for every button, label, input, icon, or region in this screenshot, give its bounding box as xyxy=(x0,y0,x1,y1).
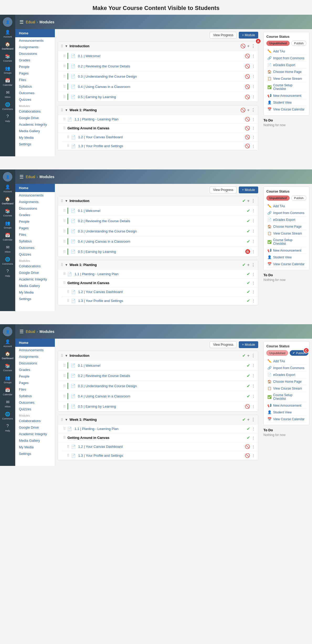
nav-item-my-media[interactable]: My Media xyxy=(15,444,55,450)
published-icon[interactable]: ✔ xyxy=(247,219,250,223)
sidebar-item-groups[interactable]: 👥Groups xyxy=(0,64,15,76)
item-title[interactable]: 1.2 | Your Canvas Dashboard xyxy=(78,135,243,139)
item-menu-button[interactable]: ⋮ xyxy=(252,427,255,431)
item-title[interactable]: 0.5 | Earning by Learning xyxy=(78,250,245,254)
item-title[interactable]: 0.5 | Earning by Learning xyxy=(78,405,243,408)
action-item-import-from-commons[interactable]: 🔗Import from Commons xyxy=(266,365,306,371)
module-menu-button[interactable]: ⋮ xyxy=(251,198,255,203)
nav-item-pages[interactable]: Pages xyxy=(15,225,55,231)
item-menu-button[interactable]: ⋮ xyxy=(252,95,255,99)
unpublished-button[interactable]: Unpublished xyxy=(266,195,290,201)
item-menu-button[interactable]: ⋮ xyxy=(252,454,255,458)
view-progress-button[interactable]: View Progress xyxy=(210,32,237,39)
nav-item-people[interactable]: People xyxy=(15,218,55,225)
item-menu-button[interactable]: ⋮ xyxy=(252,126,255,130)
item-menu-button[interactable]: ⋮ xyxy=(252,272,255,276)
toggle-icon[interactable]: ▼ xyxy=(65,44,68,48)
nav-item-academic-integrity[interactable]: Academic Integrity xyxy=(15,121,55,128)
sidebar-item-groups[interactable]: 👥Groups xyxy=(0,374,15,385)
nav-item-files[interactable]: Files xyxy=(15,77,55,83)
sidebar-item-groups[interactable]: 👥Groups xyxy=(0,219,15,230)
published-icon[interactable]: ✔ xyxy=(247,426,250,431)
unpublished-icon[interactable]: 🚫 xyxy=(245,94,250,99)
item-menu-button[interactable]: ⋮ xyxy=(252,436,255,440)
sidebar-item-commons[interactable]: 🌐Commons xyxy=(0,410,15,421)
item-menu-button[interactable]: ⋮ xyxy=(252,54,255,58)
action-item-add-tas[interactable]: ✏️Add TAs xyxy=(266,358,306,365)
nav-item-announcements[interactable]: Announcements xyxy=(15,37,55,44)
nav-item-media-gallery[interactable]: Media Gallery xyxy=(15,128,55,134)
item-menu-button[interactable]: ⋮ xyxy=(252,144,255,148)
action-item-view-course-calendar[interactable]: 📅View Course Calendar xyxy=(266,106,306,113)
action-item-new-announcement[interactable]: 📢New Announcement xyxy=(266,92,306,99)
action-item-view-course-stream[interactable]: 📋View Course Stream xyxy=(266,230,306,237)
toggle-icon[interactable]: ▼ xyxy=(65,108,68,112)
item-title[interactable]: 0.5 | Earning by Learning xyxy=(78,95,243,99)
hamburger-icon[interactable]: ☰ xyxy=(19,174,24,180)
item-menu-button[interactable]: ⋮ xyxy=(252,384,255,388)
action-item-choose-home-page[interactable]: 🏠Choose Home Page xyxy=(266,223,306,230)
module-add-item-button[interactable]: + xyxy=(247,108,250,113)
module-menu-button[interactable]: ⋮ xyxy=(251,108,255,113)
breadcrumb-link[interactable]: Edual xyxy=(26,175,35,179)
item-menu-button[interactable]: ⋮ xyxy=(252,290,255,294)
sidebar-item-commons[interactable]: 🌐Commons xyxy=(0,100,15,112)
item-title[interactable]: 1.1 | Planting - Learning Plan xyxy=(75,427,245,431)
action-item-new-announcement[interactable]: 📢New Announcement xyxy=(266,402,306,409)
nav-item-outcomes[interactable]: Outcomes xyxy=(15,244,55,251)
item-menu-button[interactable]: ⋮ xyxy=(252,209,255,213)
sidebar-item-calendar[interactable]: 📅Calendar xyxy=(0,76,15,88)
nav-item-settings[interactable]: Settings xyxy=(15,141,55,147)
nav-item-academic-integrity[interactable]: Academic Integrity xyxy=(15,431,55,437)
nav-item-collaborations[interactable]: Collaborations xyxy=(15,418,55,424)
action-item-view-course-stream[interactable]: 📋View Course Stream xyxy=(266,75,306,82)
nav-item-assignments[interactable]: Assignments xyxy=(15,353,55,360)
unpublished-icon[interactable]: 🚫 xyxy=(245,74,250,79)
action-item-import-from-commons[interactable]: 🔗Import from Commons xyxy=(266,210,306,216)
nav-item-files[interactable]: Files xyxy=(15,386,55,393)
item-title[interactable]: 0.1 | Welcome! xyxy=(78,364,245,368)
toggle-icon[interactable]: ▼ xyxy=(65,263,68,267)
view-progress-button[interactable]: View Progress xyxy=(210,187,237,193)
action-item-choose-home-page[interactable]: 🏠Choose Home Page xyxy=(266,378,306,385)
sidebar-item-help[interactable]: ?Help xyxy=(0,422,15,433)
action-item-egrades-export[interactable]: 📄eGrades Export xyxy=(266,62,306,68)
action-item-student-view[interactable]: 👤Student View xyxy=(266,99,306,106)
sidebar-item-courses[interactable]: 📚Courses xyxy=(0,52,15,63)
published-icon[interactable]: ✔ xyxy=(247,229,250,234)
action-item-view-course-calendar[interactable]: 📅View Course Calendar xyxy=(266,416,306,423)
nav-home[interactable]: Home xyxy=(15,184,55,192)
item-title[interactable]: 1.3 | Your Profile and Settings xyxy=(78,299,245,303)
breadcrumb-link[interactable]: Edual xyxy=(26,20,35,24)
item-menu-button[interactable]: ⋮ xyxy=(252,445,255,449)
item-menu-button[interactable]: ⋮ xyxy=(252,117,255,121)
item-title[interactable]: 0.1 | Welcome! xyxy=(78,54,243,58)
publish-button[interactable]: Publish xyxy=(291,41,306,46)
nav-item-quizzes[interactable]: Quizzes xyxy=(15,96,55,103)
nav-item-google-drive[interactable]: Google Drive xyxy=(15,115,55,121)
published-icon[interactable]: ✔ xyxy=(247,435,250,440)
nav-item-grades[interactable]: Grades xyxy=(15,57,55,63)
published-icon[interactable]: ✔ xyxy=(247,394,250,399)
nav-home[interactable]: Home xyxy=(15,339,55,347)
item-title[interactable]: 0.3 | Understanding the Course Design xyxy=(78,384,245,388)
sidebar-item-account[interactable]: 👤Account xyxy=(0,183,15,194)
sidebar-item-account[interactable]: 👤Account xyxy=(0,28,15,39)
item-menu-button[interactable]: ⋮ xyxy=(252,374,255,378)
sidebar-item-dashboard[interactable]: 🏠Dashboard xyxy=(0,349,15,361)
sidebar-item-help[interactable]: ?Help xyxy=(0,267,15,279)
sidebar-item-inbox[interactable]: ✉Inbox xyxy=(0,398,15,409)
view-progress-button[interactable]: View Progress xyxy=(210,341,237,348)
nav-item-pages[interactable]: Pages xyxy=(15,380,55,386)
avatar[interactable]: 👤 xyxy=(3,17,12,27)
item-menu-button[interactable]: ⋮ xyxy=(252,363,255,368)
action-item-choose-home-page[interactable]: 🏠Choose Home Page xyxy=(266,68,306,75)
action-item-student-view[interactable]: 👤Student View xyxy=(266,409,306,416)
module-status-icon[interactable]: ✔ xyxy=(242,353,246,358)
nav-item-quizzes[interactable]: Quizzes xyxy=(15,406,55,412)
add-module-button[interactable]: + Module xyxy=(239,32,258,39)
unpublished-icon[interactable]: 🚫 xyxy=(245,84,250,89)
module-menu-button[interactable]: ⋮ xyxy=(251,417,255,422)
breadcrumb-link[interactable]: Edual xyxy=(26,329,35,334)
unpublished-icon[interactable]: 🚫 xyxy=(245,117,250,122)
